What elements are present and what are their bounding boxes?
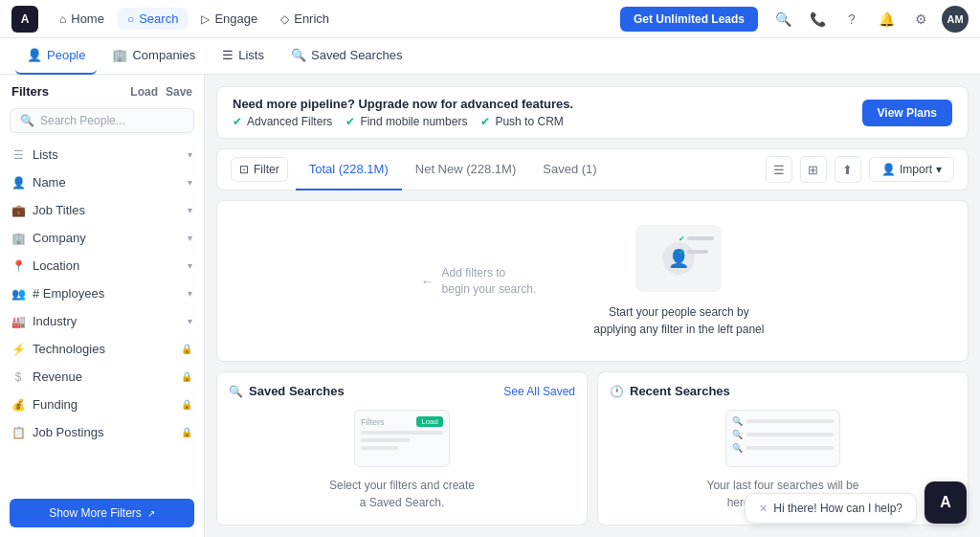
lists-tab-label: Lists	[238, 48, 264, 62]
filter-industry[interactable]: 🏭 Industry ▾	[0, 307, 204, 335]
chat-close-icon[interactable]: ✕	[759, 503, 768, 515]
upgrade-title: Need more pipeline? Upgrade now for adva…	[233, 97, 573, 111]
check-green-icon: ✔	[679, 248, 685, 257]
user-avatar[interactable]: AM	[942, 6, 969, 33]
recent-searches-card-icon: 🕐	[610, 385, 624, 398]
search-small-icon: 🔍	[732, 443, 743, 453]
filter-btn-label: Filter	[254, 163, 279, 176]
filter-job-titles[interactable]: 💼 Job Titles ▾	[0, 196, 204, 224]
lock-icon: 🔒	[181, 344, 192, 354]
filters-title: Filters	[11, 84, 49, 99]
person-add-icon: 👤	[881, 163, 896, 176]
home-icon: ⌂	[59, 12, 66, 26]
chevron-down-icon: ▾	[188, 233, 192, 243]
phone-icon-btn[interactable]: 📞	[804, 6, 831, 33]
sidebar-header-actions: Load Save	[130, 85, 192, 99]
nav-enrich[interactable]: ◇ Enrich	[271, 8, 339, 30]
chevron-down-icon: ▾	[188, 205, 192, 215]
industry-filter-icon: 🏭	[11, 315, 25, 328]
filter-industry-label: Industry	[33, 314, 77, 328]
export-button[interactable]: ⬆	[835, 156, 861, 183]
companies-tab-icon: 🏢	[112, 48, 127, 62]
name-filter-icon: 👤	[11, 176, 25, 190]
chevron-down-icon: ▾	[188, 177, 192, 188]
engage-icon: ▷	[201, 12, 210, 26]
filter-employees-label: # Employees	[33, 286, 104, 301]
nav-home-label: Home	[71, 11, 104, 26]
nav-search[interactable]: ○ Search	[118, 8, 188, 30]
upgrade-banner: Need more pipeline? Upgrade now for adva…	[216, 86, 969, 139]
chat-message: Hi there! How can I help?	[773, 502, 902, 515]
load-button[interactable]: Load	[130, 85, 158, 99]
help-icon-btn[interactable]: ?	[838, 6, 865, 33]
top-nav: A ⌂ Home ○ Search ▷ Engage ◇ Enrich Get …	[0, 0, 980, 38]
nav-icons: 🔍 📞 ? 🔔 ⚙ AM	[769, 6, 969, 33]
bell-icon-btn[interactable]: 🔔	[873, 6, 900, 33]
filter-company[interactable]: 🏢 Company ▾	[0, 224, 204, 252]
nav-engage[interactable]: ▷ Engage	[191, 8, 267, 30]
saved-searches-card: 🔍 Saved Searches See All Saved Filters L…	[216, 371, 588, 526]
tab-saved-searches[interactable]: 🔍 Saved Searches	[279, 38, 413, 75]
company-filter-icon: 🏢	[11, 232, 25, 245]
tab-saved[interactable]: Saved (1)	[529, 148, 610, 190]
filter-funding-label: Funding	[33, 397, 78, 412]
check-icon: ✔	[480, 115, 490, 128]
employees-filter-icon: 👥	[11, 287, 25, 301]
search-small-icon: 🔍	[732, 430, 743, 439]
import-label: Import	[900, 163, 932, 176]
companies-tab-label: Companies	[132, 48, 195, 62]
tab-net-new-label: Net New (228.1M)	[415, 162, 516, 176]
filter-funding[interactable]: 💰 Funding 🔒	[0, 391, 204, 418]
list-view-button[interactable]: ☰	[766, 156, 792, 183]
settings-icon-btn[interactable]: ⚙	[907, 6, 934, 33]
tab-total-label: Total (228.1M)	[309, 162, 389, 176]
unlimited-leads-button[interactable]: Get Unlimited Leads	[620, 7, 758, 32]
tab-net-new[interactable]: Net New (228.1M)	[402, 148, 529, 190]
results-actions: ☰ ⊞ ⬆ 👤 Import ▾	[766, 156, 954, 183]
sidebar-header: Filters Load Save	[0, 75, 204, 104]
filter-name[interactable]: 👤 Name ▾	[0, 168, 204, 196]
job-titles-filter-icon: 💼	[11, 204, 25, 217]
filter-lists[interactable]: ☰ Lists ▾	[0, 141, 204, 168]
tab-companies[interactable]: 🏢 Companies	[100, 38, 207, 75]
technologies-filter-icon: ⚡	[11, 343, 25, 356]
saved-searches-empty-text: Select your filters and create a Saved S…	[329, 477, 475, 511]
tab-people[interactable]: 👤 People	[15, 38, 97, 75]
view-plans-button[interactable]: View Plans	[862, 100, 952, 126]
preview-label: Filters	[361, 417, 385, 427]
chat-avatar[interactable]: A	[924, 481, 967, 524]
tab-lists[interactable]: ☰ Lists	[211, 38, 276, 75]
saved-search-preview: Filters Load	[354, 410, 450, 467]
nav-home[interactable]: ⌂ Home	[50, 8, 114, 30]
content-area: Need more pipeline? Upgrade now for adva…	[205, 75, 980, 537]
see-all-saved-link[interactable]: See All Saved	[503, 385, 575, 398]
filter-revenue-label: Revenue	[33, 369, 82, 384]
nav-engage-label: Engage	[214, 11, 257, 26]
feature-push-crm: ✔ Push to CRM	[480, 115, 563, 128]
show-more-filters-button[interactable]: Show More Filters ↗	[10, 499, 194, 527]
filter-job-postings[interactable]: 📋 Job Postings 🔒	[0, 418, 204, 446]
filter-revenue[interactable]: $ Revenue 🔒	[0, 363, 204, 391]
filter-toggle-button[interactable]: ⊡ Filter	[231, 157, 288, 182]
search-icon-btn[interactable]: 🔍	[769, 6, 796, 33]
lock-icon: 🔒	[181, 427, 192, 437]
saved-searches-card-icon: 🔍	[229, 385, 243, 398]
search-nav-icon: ○	[127, 12, 134, 26]
tab-total[interactable]: Total (228.1M)	[296, 148, 402, 190]
search-small-icon: 🔍	[732, 416, 743, 426]
sidebar-search-box[interactable]: 🔍 Search People...	[10, 108, 194, 133]
import-button[interactable]: 👤 Import ▾	[869, 157, 954, 182]
enrich-icon: ◇	[280, 12, 289, 26]
saved-searches-card-title: Saved Searches	[249, 384, 345, 398]
empty-state-text: Start your people search by applying any…	[593, 303, 764, 338]
filter-employees[interactable]: 👥 # Employees ▾	[0, 280, 204, 307]
show-more-label: Show More Filters	[49, 506, 142, 520]
lock-icon: 🔒	[181, 371, 192, 382]
filter-technologies[interactable]: ⚡ Technologies 🔒	[0, 335, 204, 363]
saved-searches-tab-label: Saved Searches	[311, 48, 402, 62]
filter-location[interactable]: 📍 Location ▾	[0, 252, 204, 280]
revenue-filter-icon: $	[11, 370, 25, 384]
grid-view-button[interactable]: ⊞	[800, 156, 827, 183]
feature-advanced-filters: ✔ Advanced Filters	[233, 115, 332, 128]
save-button[interactable]: Save	[166, 85, 192, 99]
